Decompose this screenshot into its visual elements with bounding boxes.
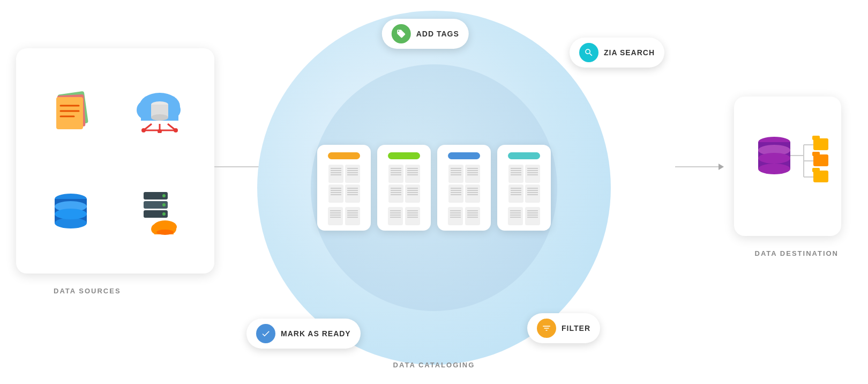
mini-doc bbox=[508, 184, 523, 203]
catalog-card-4 bbox=[497, 145, 551, 231]
mini-doc bbox=[405, 184, 420, 203]
mini-doc bbox=[508, 165, 523, 183]
svg-point-30 bbox=[162, 212, 166, 216]
catalog-card-3 bbox=[437, 145, 491, 231]
filter-badge[interactable]: FILTER bbox=[527, 313, 600, 343]
zia-search-label: ZIA SEARCH bbox=[604, 48, 655, 57]
svg-point-19 bbox=[174, 128, 178, 132]
sticky-notes-icon bbox=[32, 64, 110, 156]
add-tags-badge[interactable]: ADD TAGS bbox=[382, 19, 469, 49]
svg-rect-46 bbox=[813, 138, 828, 150]
mini-doc bbox=[345, 207, 360, 225]
mini-doc bbox=[388, 184, 403, 203]
mini-doc bbox=[345, 165, 360, 183]
mini-doc bbox=[328, 165, 343, 183]
svg-point-29 bbox=[162, 203, 166, 206]
zia-search-badge[interactable]: ZIA SEARCH bbox=[570, 38, 664, 68]
right-arrow bbox=[675, 166, 723, 167]
big-circle: ADD TAGS ZIA SEARCH MARK AS READY bbox=[257, 11, 611, 365]
data-sources-box bbox=[16, 48, 214, 274]
svg-rect-49 bbox=[812, 152, 820, 156]
add-tags-label: ADD TAGS bbox=[416, 29, 459, 38]
inner-circle: ADD TAGS ZIA SEARCH MARK AS READY bbox=[311, 64, 557, 311]
catalog-card-2 bbox=[377, 145, 431, 231]
card-tag-teal bbox=[508, 152, 540, 159]
mini-docs-2 bbox=[388, 165, 420, 203]
svg-point-40 bbox=[758, 153, 790, 164]
blue-cylinder-icon bbox=[32, 166, 110, 257]
mini-doc bbox=[448, 165, 463, 183]
svg-point-35 bbox=[156, 230, 174, 235]
mini-doc bbox=[465, 207, 480, 225]
svg-point-38 bbox=[758, 164, 790, 174]
card-tag-green bbox=[388, 152, 420, 159]
mini-docs-4 bbox=[508, 165, 540, 203]
svg-rect-2 bbox=[56, 97, 83, 129]
dark-server-icon bbox=[121, 166, 198, 257]
mini-doc bbox=[345, 184, 360, 203]
mark-as-ready-label: MARK AS READY bbox=[281, 329, 351, 338]
data-cataloging-bottom-label: DATA CATALOGING bbox=[393, 361, 475, 369]
mini-doc bbox=[465, 184, 480, 203]
mini-doc bbox=[405, 207, 420, 225]
mini-doc bbox=[448, 207, 463, 225]
svg-point-28 bbox=[162, 194, 166, 197]
catalog-card-1 bbox=[317, 145, 371, 231]
main-container: DATA SOURCES bbox=[0, 0, 868, 384]
mini-docs-1 bbox=[328, 165, 360, 203]
mini-doc bbox=[328, 184, 343, 203]
svg-rect-47 bbox=[812, 136, 820, 140]
data-sources-label: DATA SOURCES bbox=[54, 287, 121, 295]
mini-doc bbox=[388, 207, 403, 225]
cards-row bbox=[317, 145, 551, 231]
check-icon bbox=[256, 324, 275, 343]
card-tag-orange bbox=[328, 152, 360, 159]
svg-point-12 bbox=[151, 114, 168, 121]
svg-point-24 bbox=[55, 209, 87, 219]
mini-doc bbox=[405, 165, 420, 183]
cloud-database-icon bbox=[121, 64, 198, 156]
search-icon bbox=[579, 43, 598, 62]
mini-doc bbox=[508, 207, 523, 225]
mini-doc bbox=[465, 165, 480, 183]
svg-rect-48 bbox=[813, 154, 828, 166]
destination-icon bbox=[745, 118, 830, 215]
tag-icon bbox=[392, 24, 411, 43]
mini-doc bbox=[328, 207, 343, 225]
card-tag-blue bbox=[448, 152, 480, 159]
mini-doc bbox=[388, 165, 403, 183]
mini-doc bbox=[525, 184, 540, 203]
svg-rect-50 bbox=[813, 171, 828, 182]
mini-doc bbox=[525, 207, 540, 225]
mini-docs-3 bbox=[448, 165, 480, 203]
data-destination-label: DATA DESTINATION bbox=[755, 249, 839, 257]
mini-doc bbox=[448, 184, 463, 203]
svg-point-17 bbox=[141, 128, 146, 132]
svg-rect-51 bbox=[812, 168, 820, 172]
mini-doc bbox=[525, 165, 540, 183]
mark-as-ready-badge[interactable]: MARK AS READY bbox=[246, 319, 361, 349]
filter-label: FILTER bbox=[562, 324, 590, 333]
filter-icon bbox=[537, 319, 556, 338]
data-destination-box bbox=[734, 97, 841, 236]
